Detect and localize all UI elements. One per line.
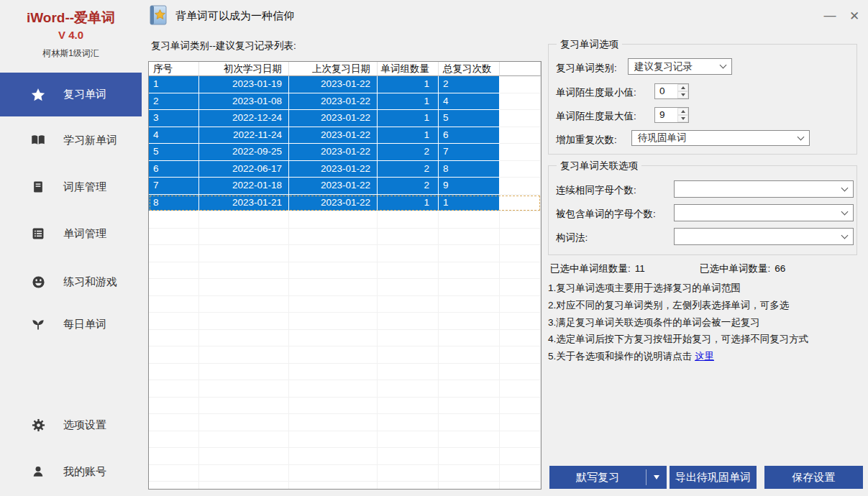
- sidebar-item-practice-games[interactable]: 练习和游戏: [0, 267, 142, 296]
- table-row[interactable]: 62022-06-172023-01-2228: [149, 161, 541, 178]
- user-icon: [30, 464, 46, 479]
- column-header[interactable]: 上次复习日期: [289, 62, 378, 76]
- export-consolidation-words-button[interactable]: 导出待巩固单词: [670, 466, 757, 489]
- table-cell-filler: [500, 127, 541, 144]
- table-empty-cell: [149, 448, 199, 465]
- table-cell: 9: [439, 178, 500, 195]
- table-empty-row: [149, 398, 541, 415]
- repeat-count-value: 待巩固单词: [638, 132, 687, 144]
- sidebar-item-word-management[interactable]: 单词管理: [0, 219, 142, 248]
- spin-up-icon[interactable]: [677, 108, 688, 115]
- table-row[interactable]: 82023-01-212023-01-2211: [149, 195, 541, 212]
- table-empty-cell: [199, 262, 289, 280]
- table-empty-cell: [199, 330, 289, 347]
- column-header[interactable]: 单词组数量: [378, 62, 439, 76]
- table-empty-cell: [289, 296, 378, 313]
- table-row[interactable]: 22023-01-082023-01-2214: [149, 93, 541, 111]
- category-select[interactable]: 建议复习记录: [628, 58, 732, 75]
- table-cell-filler: [500, 144, 541, 161]
- instruction-line: 2.对应不同的复习单词类别，左侧列表选择单词，可多选: [548, 297, 864, 314]
- contained-letters-select[interactable]: [674, 204, 854, 221]
- app-title: iWord--爱单词: [0, 9, 142, 27]
- instruction-text: 5.关于各选项和操作的说明请点击: [548, 351, 695, 362]
- sidebar-item-label: 选项设置: [63, 418, 106, 432]
- table-cell: 2: [149, 93, 199, 111]
- table-empty-cell: [149, 380, 199, 398]
- table-empty-cell: [149, 364, 199, 381]
- instructions: 1.复习单词选项主要用于选择复习的单词范围2.对应不同的复习单词类别，左侧列表选…: [548, 280, 864, 365]
- help-link[interactable]: 这里: [695, 351, 714, 362]
- word-formation-select[interactable]: [674, 228, 854, 245]
- star-icon: [30, 87, 46, 103]
- sidebar-item-review-words[interactable]: 复习单词: [0, 73, 142, 116]
- table-empty-cell: [439, 262, 500, 280]
- table-empty-row: [149, 414, 541, 431]
- table-empty-cell: [439, 296, 500, 313]
- close-button[interactable]: ✕: [844, 6, 864, 26]
- table-row[interactable]: 52022-09-252023-01-2227: [149, 144, 541, 161]
- repeat-count-select[interactable]: 待巩固单词: [631, 130, 810, 146]
- sidebar-item-settings[interactable]: 选项设置: [0, 410, 142, 439]
- open-book-icon: [30, 132, 46, 148]
- column-header[interactable]: 初次学习日期: [199, 62, 289, 76]
- table-empty-cell: [500, 380, 541, 398]
- column-header[interactable]: 序号: [149, 62, 199, 76]
- table-empty-cell: [500, 313, 541, 330]
- instruction-line: 5.关于各选项和操作的说明请点击 这里: [548, 348, 864, 365]
- table-empty-row: [149, 330, 541, 347]
- table-empty-cell: [289, 245, 378, 262]
- review-mode-dropdown-button[interactable]: [647, 466, 667, 489]
- sidebar-item-my-account[interactable]: 我的账号: [0, 457, 142, 486]
- table-empty-cell: [439, 380, 500, 398]
- table-cell: 2023-01-22: [289, 93, 378, 111]
- table-empty-cell: [500, 431, 541, 449]
- table-empty-cell: [378, 296, 439, 313]
- table-empty-cell: [289, 229, 378, 246]
- table-empty-cell: [500, 364, 541, 381]
- table-empty-cell: [289, 448, 378, 465]
- table-empty-row: [149, 229, 541, 246]
- app-lexicon: 柯林斯1级词汇: [0, 47, 142, 60]
- table-cell: 1: [149, 76, 199, 93]
- table-row[interactable]: 32022-12-242023-01-2215: [149, 110, 541, 127]
- max-unfamiliarity-stepper[interactable]: 9: [654, 107, 689, 123]
- word-formation-label: 构词法:: [556, 231, 588, 244]
- table-empty-cell: [439, 482, 500, 490]
- gear-icon: [30, 417, 46, 433]
- dictation-review-split-button[interactable]: 默写复习: [549, 466, 667, 489]
- table-cell: 8: [149, 195, 199, 212]
- app-version: V 4.0: [0, 29, 142, 41]
- max-unfamiliarity-value: 9: [655, 108, 677, 122]
- sidebar-item-lexicon-management[interactable]: 词库管理: [0, 173, 142, 201]
- table-row[interactable]: 72022-01-182023-01-2229: [149, 178, 541, 195]
- table-empty-cell: [439, 448, 500, 465]
- repeat-count-label: 增加重复次数:: [556, 134, 617, 147]
- sidebar-item-label: 每日单词: [63, 318, 106, 331]
- min-unfamiliarity-stepper[interactable]: 0: [654, 83, 689, 99]
- triangle-down-icon: [654, 475, 659, 479]
- spin-down-icon[interactable]: [677, 91, 688, 98]
- table-empty-cell: [378, 346, 439, 364]
- spin-down-icon[interactable]: [677, 115, 688, 122]
- column-header[interactable]: 总复习次数: [439, 62, 500, 76]
- table-cell: 2023-01-21: [199, 195, 289, 212]
- instruction-text: 4.选定单词后按下方复习按钮开始复习，可选择不同复习方式: [548, 334, 808, 344]
- table-empty-cell: [199, 398, 289, 415]
- sidebar-item-learn-new-words[interactable]: 学习新单词: [0, 126, 142, 155]
- table-cell: 2023-01-22: [289, 178, 378, 195]
- table-empty-cell: [289, 279, 378, 296]
- sidebar-item-daily-words[interactable]: 每日单词: [0, 310, 142, 339]
- minimize-button[interactable]: —: [820, 6, 840, 26]
- table-row[interactable]: 12023-01-192023-01-2212: [149, 76, 541, 93]
- dictation-review-button[interactable]: 默写复习: [549, 466, 646, 489]
- save-settings-button[interactable]: 保存设置: [764, 466, 863, 489]
- selected-words-label: 已选中单词数量:: [700, 263, 770, 274]
- same-letters-select[interactable]: [674, 180, 854, 198]
- table-row[interactable]: 42022-11-242023-01-2216: [149, 127, 541, 144]
- spin-up-icon[interactable]: [677, 84, 688, 91]
- table-empty-row: [149, 262, 541, 280]
- sidebar-item-label: 词库管理: [63, 180, 106, 194]
- table-cell: 1: [378, 110, 439, 127]
- table-empty-cell: [289, 431, 378, 449]
- group-legend: 复习单词选项: [557, 38, 622, 51]
